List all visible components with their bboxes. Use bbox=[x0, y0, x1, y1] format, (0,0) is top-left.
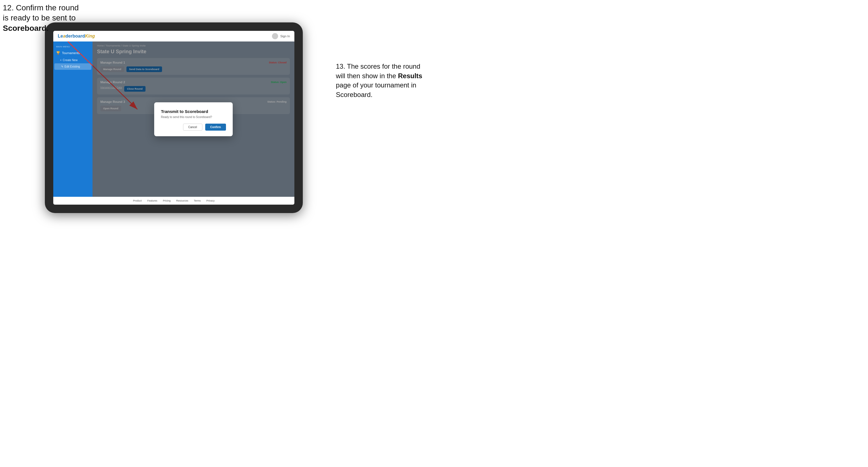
main-content: MAIN MENU 🏆 Tournaments + Create New ✎ E… bbox=[53, 41, 294, 197]
tablet-screen: LeaderboardKing Sign In MAIN MENU 🏆 Tour… bbox=[53, 31, 294, 205]
trophy-icon: 🏆 bbox=[56, 51, 60, 55]
sidebar-create-new[interactable]: + Create New bbox=[53, 57, 93, 63]
avatar bbox=[272, 33, 278, 39]
sidebar-create-label: Create New bbox=[63, 59, 78, 62]
edit-icon: ✎ bbox=[61, 65, 63, 68]
tablet-device: LeaderboardKing Sign In MAIN MENU 🏆 Tour… bbox=[45, 23, 303, 213]
footer-pricing[interactable]: Pricing bbox=[163, 199, 171, 202]
screen-footer: Product Features Pricing Resources Terms… bbox=[53, 197, 294, 205]
footer-privacy[interactable]: Privacy bbox=[206, 199, 215, 202]
top-nav: LeaderboardKing Sign In bbox=[53, 31, 294, 41]
annotation-line3: Scoreboard. bbox=[3, 24, 49, 33]
sidebar-edit-label: Edit Existing bbox=[64, 65, 80, 68]
plus-icon: + bbox=[60, 59, 62, 62]
modal-title: Transmit to Scoreboard bbox=[161, 109, 226, 114]
modal-overlay: Transmit to Scoreboard Ready to send thi… bbox=[93, 41, 294, 197]
modal-box: Transmit to Scoreboard Ready to send thi… bbox=[154, 102, 233, 136]
annotation-top-left: 12. Confirm the round is ready to be sen… bbox=[3, 3, 79, 33]
annotation-right: 13. The scores for the round will then s… bbox=[336, 62, 431, 99]
sidebar: MAIN MENU 🏆 Tournaments + Create New ✎ E… bbox=[53, 41, 93, 197]
sidebar-tournaments-label: Tournaments bbox=[62, 51, 80, 55]
annotation-line1: 12. Confirm the round bbox=[3, 3, 79, 12]
annotation-results-bold: Results bbox=[398, 72, 422, 80]
modal-subtitle: Ready to send this round to Scoreboard? bbox=[161, 116, 226, 119]
footer-product[interactable]: Product bbox=[133, 199, 142, 202]
modal-cancel-button[interactable]: Cancel bbox=[183, 124, 203, 131]
annotation-line2: is ready to be sent to bbox=[3, 13, 76, 22]
sidebar-item-tournaments[interactable]: 🏆 Tournaments bbox=[53, 49, 93, 57]
footer-terms[interactable]: Terms bbox=[194, 199, 201, 202]
annotation-right-outro: page of your tournament in Scoreboard. bbox=[336, 81, 416, 98]
logo-area: LeaderboardKing bbox=[58, 34, 95, 39]
sidebar-edit-existing[interactable]: ✎ Edit Existing bbox=[54, 63, 91, 70]
modal-buttons: Cancel Confirm bbox=[161, 124, 226, 131]
sign-in-link[interactable]: Sign In bbox=[280, 34, 290, 38]
logo: LeaderboardKing bbox=[58, 34, 95, 39]
sidebar-section-label: MAIN MENU bbox=[53, 44, 93, 49]
modal-confirm-button[interactable]: Confirm bbox=[205, 124, 226, 131]
footer-features[interactable]: Features bbox=[147, 199, 157, 202]
footer-resources[interactable]: Resources bbox=[176, 199, 188, 202]
content-area: Home / Tournaments / State U Spring Invi… bbox=[93, 41, 294, 197]
nav-right: Sign In bbox=[272, 33, 290, 39]
